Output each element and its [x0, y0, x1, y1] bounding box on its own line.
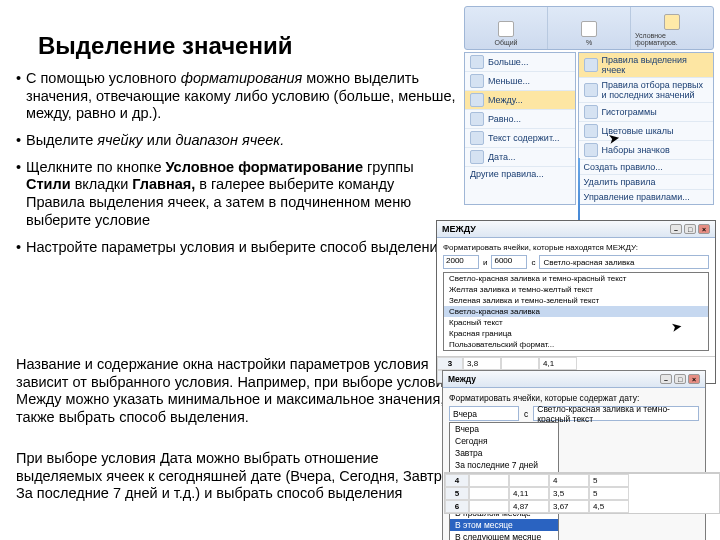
- close-icon[interactable]: ×: [698, 224, 710, 234]
- option[interactable]: Светло-красная заливка и темно-красный т…: [444, 273, 708, 284]
- bullet-item: С помощью условного форматирования можно…: [16, 70, 456, 123]
- bullet-list: С помощью условного форматирования можно…: [16, 70, 456, 265]
- menu-item[interactable]: Правила выделения ячеек: [579, 53, 713, 78]
- option[interactable]: За последние 7 дней: [450, 459, 558, 471]
- option[interactable]: Завтра: [450, 447, 558, 459]
- option[interactable]: Желтая заливка и темно-желтый текст: [444, 284, 708, 295]
- rules-submenu: Больше... Меньше... Между... Равно... Те…: [464, 52, 576, 205]
- option[interactable]: Вчера: [450, 423, 558, 435]
- format-select[interactable]: Светло-красная заливка: [539, 255, 709, 269]
- text: группы: [363, 159, 414, 175]
- text: или: [143, 132, 176, 148]
- italic-text: форматирования: [181, 70, 303, 86]
- text: вкладки: [71, 176, 133, 192]
- conditional-formatting-menu: Правила выделения ячеек Правила отбора п…: [578, 52, 714, 205]
- from-input[interactable]: 2000: [443, 255, 479, 269]
- minimize-icon[interactable]: –: [660, 374, 672, 384]
- option[interactable]: Зеленая заливка и темно-зеленый текст: [444, 295, 708, 306]
- window-buttons: –□×: [660, 374, 700, 384]
- menu-item[interactable]: Текст содержит...: [465, 129, 575, 148]
- excel-ribbon: Общий % Условное форматиров.: [464, 6, 714, 50]
- bullet-item: Выделите ячейку или диапазон ячеек.: [16, 132, 456, 150]
- format-select[interactable]: Светло-красная заливка и темно-красный т…: [533, 406, 699, 421]
- label: с: [531, 258, 535, 267]
- close-icon[interactable]: ×: [688, 374, 700, 384]
- ribbon-label: %: [586, 39, 592, 46]
- menu-item[interactable]: Цветовые шкалы: [579, 122, 713, 141]
- menu-item[interactable]: Правила отбора первых и последних значен…: [579, 78, 713, 103]
- worksheet-grid: 445 54,113,55 64,873,674,5: [444, 472, 720, 514]
- italic-text: диапазон ячеек.: [175, 132, 284, 148]
- dialog-title: МЕЖДУ: [442, 224, 476, 234]
- dialog-title: Между: [448, 374, 476, 384]
- menu-item[interactable]: Управление правилами...: [579, 190, 713, 204]
- dialog-caption: Форматировать ячейки, которые содержат д…: [449, 393, 699, 403]
- date-dialog-screenshot: Между –□× Форматировать ячейки, которые …: [442, 370, 706, 540]
- to-input[interactable]: 6000: [491, 255, 527, 269]
- italic-text: ячейку: [97, 132, 142, 148]
- window-buttons: –□×: [670, 224, 710, 234]
- paragraph: Название и содержание окна настройки пар…: [16, 356, 466, 427]
- date-select[interactable]: Вчера: [449, 406, 519, 421]
- between-dialog-screenshot: МЕЖДУ –□× Форматировать ячейки, которые …: [436, 220, 716, 384]
- label: с: [524, 409, 528, 419]
- cursor-icon: ➤: [607, 129, 622, 147]
- menu-item[interactable]: Создать правило...: [579, 160, 713, 175]
- maximize-icon[interactable]: □: [684, 224, 696, 234]
- menu-item[interactable]: Удалить правила: [579, 175, 713, 190]
- option[interactable]: В следующем месяце: [450, 531, 558, 540]
- option[interactable]: В этом месяце: [450, 519, 558, 531]
- text: Выделите: [26, 132, 97, 148]
- bullet-item: Щелкните по кнопке Условное форматирован…: [16, 159, 456, 230]
- bullet-item: Настройте параметры условия и выберите с…: [16, 239, 456, 257]
- text: Щелкните по кнопке: [26, 159, 165, 175]
- cursor-icon: ➤: [670, 318, 683, 335]
- slide-title: Выделение значений: [38, 32, 292, 60]
- option[interactable]: Сегодня: [450, 435, 558, 447]
- text: Настройте параметры условия и выберите с…: [26, 239, 446, 255]
- dialog-caption: Форматировать ячейки, которые находятся …: [443, 243, 709, 252]
- label: и: [483, 258, 487, 267]
- menu-item[interactable]: Равно...: [465, 110, 575, 129]
- bold-text: Условное форматирование: [165, 159, 363, 175]
- option[interactable]: Красная граница: [444, 328, 708, 339]
- bold-text: Главная,: [132, 176, 195, 192]
- ribbon-screenshot: Общий % Условное форматиров. Больше... М…: [464, 6, 714, 205]
- option[interactable]: Пользовательский формат...: [444, 339, 708, 350]
- menu-item[interactable]: Дата...: [465, 148, 575, 167]
- text: С помощью условного: [26, 70, 181, 86]
- menu-item[interactable]: Наборы значков: [579, 141, 713, 160]
- menu-item[interactable]: Между...: [465, 91, 575, 110]
- minimize-icon[interactable]: –: [670, 224, 682, 234]
- ribbon-label: Условное форматиров.: [635, 32, 709, 46]
- option[interactable]: Светло-красная заливка: [444, 306, 708, 317]
- menu-item[interactable]: Гистограммы: [579, 103, 713, 122]
- maximize-icon[interactable]: □: [674, 374, 686, 384]
- bold-text: Стили: [26, 176, 71, 192]
- menu-item[interactable]: Больше...: [465, 53, 575, 72]
- format-options-list: Светло-красная заливка и темно-красный т…: [443, 272, 709, 351]
- menu-item[interactable]: Меньше...: [465, 72, 575, 91]
- option[interactable]: Красный текст: [444, 317, 708, 328]
- paragraph: При выборе условия Дата можно выбрать от…: [16, 450, 466, 503]
- ribbon-label: Общий: [494, 39, 517, 46]
- menu-item[interactable]: Другие правила...: [465, 167, 575, 181]
